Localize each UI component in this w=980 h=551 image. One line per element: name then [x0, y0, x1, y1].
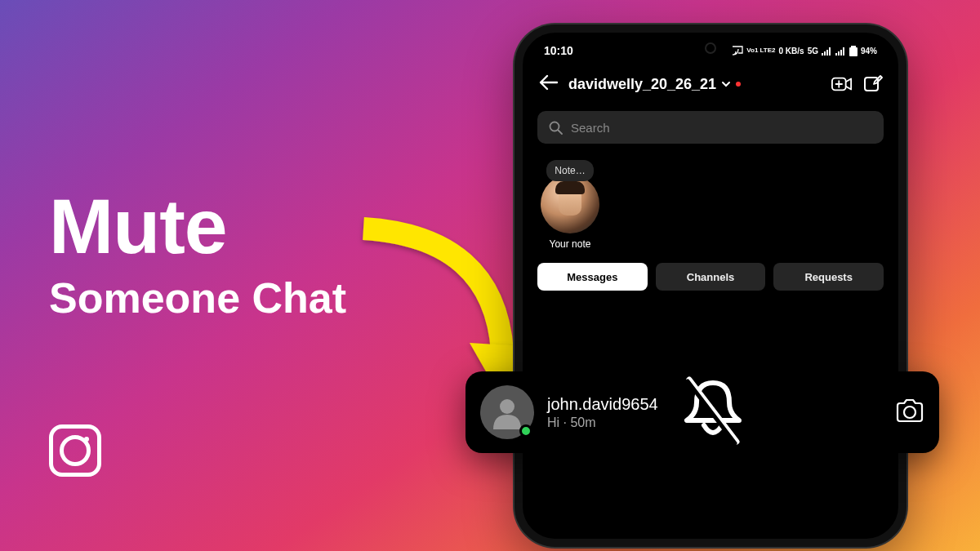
- tab-channels[interactable]: Channels: [656, 263, 766, 291]
- app-header: davidwelly_20_26_21: [523, 62, 898, 103]
- chat-tabs: Messages Channels Requests: [523, 256, 898, 302]
- signal-icon-2: [835, 47, 846, 56]
- compose-icon: [863, 74, 883, 94]
- signal-icon: [822, 47, 832, 56]
- cast-icon: [732, 46, 743, 56]
- headline: Mute Someone Chat: [49, 188, 346, 322]
- svg-rect-6: [838, 51, 840, 56]
- status-network: 5G: [808, 47, 818, 56]
- status-time: 10:10: [544, 44, 573, 57]
- avatar: [541, 175, 599, 233]
- presence-dot-icon: [519, 424, 532, 438]
- status-lte: Vo1 LTE2: [746, 47, 775, 54]
- camera-icon: [895, 398, 924, 424]
- camera-button[interactable]: [895, 398, 924, 427]
- svg-rect-9: [851, 46, 856, 47]
- person-icon: [490, 395, 524, 429]
- svg-point-13: [550, 122, 559, 131]
- note-bubble: Note…: [546, 160, 593, 181]
- chevron-down-icon: [721, 80, 731, 88]
- svg-rect-8: [843, 47, 844, 56]
- chat-name: john.david9654: [547, 395, 658, 414]
- note-caption: Your note: [550, 238, 591, 250]
- notification-dot-icon: [736, 82, 741, 87]
- chat-avatar: [480, 385, 534, 439]
- camera-hole-icon: [705, 42, 716, 54]
- svg-rect-4: [829, 47, 831, 56]
- status-right: Vo1 LTE2 0 KB/s 5G 94%: [732, 46, 877, 56]
- svg-rect-7: [840, 50, 842, 56]
- status-bar: 10:10 Vo1 LTE2 0 KB/s 5G 94%: [523, 33, 898, 62]
- search-input[interactable]: Search: [537, 111, 884, 144]
- instagram-logo-icon: [49, 424, 101, 477]
- compose-button[interactable]: [862, 73, 884, 95]
- header-username: davidwelly_20_26_21: [568, 76, 716, 93]
- svg-rect-2: [824, 51, 826, 56]
- back-button[interactable]: [537, 73, 559, 95]
- svg-rect-10: [849, 47, 858, 56]
- chat-subtitle: Hi · 50m: [547, 415, 658, 430]
- your-note[interactable]: Note… Your note: [537, 160, 603, 250]
- video-plus-icon: [831, 74, 853, 94]
- search-placeholder: Search: [571, 121, 610, 135]
- chat-row[interactable]: john.david9654 Hi · 50m: [466, 371, 939, 453]
- svg-rect-1: [822, 53, 823, 56]
- status-data: 0 KB/s: [779, 47, 804, 56]
- video-call-button[interactable]: [831, 73, 853, 95]
- chat-text: john.david9654 Hi · 50m: [547, 395, 658, 430]
- headline-line2: Someone Chat: [49, 273, 346, 322]
- svg-rect-5: [835, 53, 837, 56]
- account-switcher[interactable]: davidwelly_20_26_21: [568, 76, 822, 93]
- muted-indicator: [675, 376, 751, 448]
- arrow-left-icon: [537, 73, 559, 91]
- svg-point-15: [904, 407, 915, 418]
- tab-messages[interactable]: Messages: [537, 263, 648, 291]
- svg-rect-3: [826, 50, 828, 56]
- phone-mockup: 10:10 Vo1 LTE2 0 KB/s 5G 94% davidwelly_…: [514, 24, 906, 547]
- status-battery: 94%: [861, 47, 877, 56]
- tab-requests[interactable]: Requests: [773, 263, 884, 291]
- search-icon: [549, 121, 563, 135]
- svg-point-14: [500, 399, 514, 414]
- bell-slash-icon: [675, 376, 751, 445]
- headline-line1: Mute: [49, 188, 346, 265]
- notes-row: Note… Your note: [523, 155, 898, 256]
- battery-icon: [849, 46, 858, 56]
